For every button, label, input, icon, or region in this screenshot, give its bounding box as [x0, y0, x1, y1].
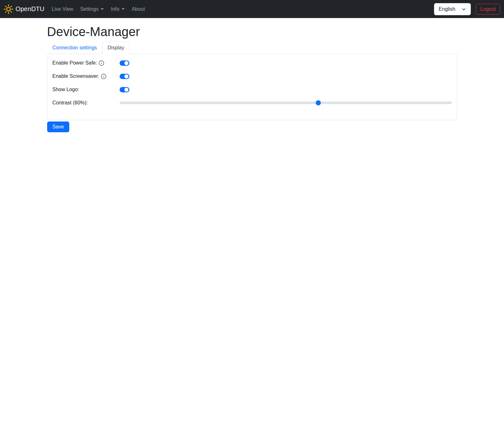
page-title: Device-Manager	[47, 25, 457, 39]
nav-item-settings-label: Settings	[80, 6, 99, 12]
power-safe-label: Enable Power Safe:	[53, 59, 97, 67]
logout-button[interactable]: Logout	[476, 4, 500, 15]
navbar: OpenDTU Live View Settings Info About En…	[0, 0, 504, 18]
contrast-label: Contrast (60%):	[53, 99, 88, 107]
nav-item-about[interactable]: About	[128, 4, 148, 15]
tab-display[interactable]: Display	[102, 42, 129, 54]
svg-text:i: i	[103, 74, 104, 78]
brand-name: OpenDTU	[16, 5, 44, 13]
setting-label-col: Enable Screensaver: i	[53, 72, 120, 80]
info-icon[interactable]: i	[101, 74, 106, 79]
setting-control-col	[120, 72, 452, 80]
show-logo-label: Show Logo:	[53, 86, 79, 93]
setting-row-power-safe: Enable Power Safe: i	[53, 59, 452, 67]
power-safe-toggle[interactable]	[120, 60, 129, 66]
contrast-slider[interactable]	[120, 102, 452, 104]
setting-control-col	[120, 59, 452, 67]
brand-link[interactable]: OpenDTU	[4, 4, 48, 14]
main-content: Device-Manager Connection settings Displ…	[43, 25, 461, 132]
language-select-value: English	[439, 6, 455, 12]
screensaver-label: Enable Screensaver:	[53, 72, 100, 80]
setting-row-screensaver: Enable Screensaver: i	[53, 72, 452, 80]
tab-bar: Connection settings Display	[47, 42, 457, 54]
navbar-right: English Logout	[434, 3, 500, 15]
setting-label-col: Enable Power Safe: i	[53, 59, 120, 67]
language-select[interactable]: English	[434, 3, 471, 15]
navbar-left: OpenDTU Live View Settings Info About	[4, 4, 148, 15]
nav-item-settings[interactable]: Settings	[77, 4, 108, 15]
setting-label-col: Show Logo:	[53, 86, 120, 93]
setting-control-col	[120, 99, 452, 107]
nav-item-info[interactable]: Info	[107, 4, 128, 15]
setting-label-col: Contrast (60%):	[53, 99, 120, 107]
tab-connection-settings[interactable]: Connection settings	[47, 42, 103, 54]
sun-icon	[4, 4, 13, 14]
screensaver-toggle[interactable]	[120, 74, 129, 79]
setting-row-contrast: Contrast (60%):	[53, 99, 452, 107]
svg-text:i: i	[101, 61, 102, 65]
nav-item-info-label: Info	[111, 6, 119, 12]
caret-down-icon	[121, 8, 125, 10]
setting-control-col	[120, 86, 452, 93]
display-settings-card: Enable Power Safe: i Enable Screensaver:	[47, 54, 457, 120]
show-logo-toggle[interactable]	[120, 87, 129, 92]
chevron-down-icon	[462, 7, 466, 11]
setting-row-show-logo: Show Logo:	[53, 86, 452, 93]
caret-down-icon	[101, 8, 104, 10]
info-icon[interactable]: i	[99, 60, 104, 66]
nav-item-live-view[interactable]: Live View	[48, 4, 77, 15]
save-button[interactable]: Save	[47, 122, 69, 132]
